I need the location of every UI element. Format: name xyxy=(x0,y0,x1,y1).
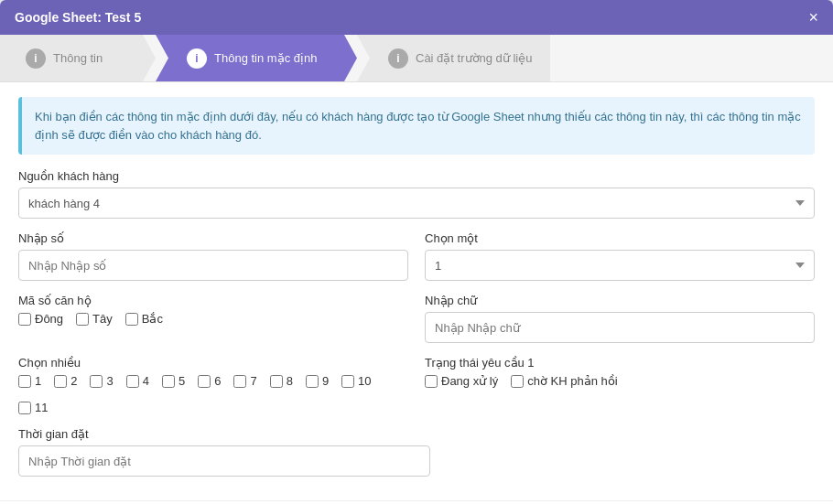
row-maso-nhapchu: Mã số căn hộ Đông Tây Bắc xyxy=(18,294,815,356)
chon-nhieu-label: Chọn nhiều xyxy=(18,356,408,370)
cn-11[interactable]: 11 xyxy=(18,401,48,414)
nhap-chu-input[interactable] xyxy=(425,312,815,343)
nguon-group: Nguồn khách hàng khách hàng 4 xyxy=(18,169,815,219)
tt-cho-kh[interactable]: chờ KH phản hồi xyxy=(511,374,617,388)
cn-9-input[interactable] xyxy=(306,375,319,388)
tt-cho-kh-input[interactable] xyxy=(511,375,524,388)
nhap-so-group: Nhập số xyxy=(18,231,408,281)
trang-thai-checkboxes: Đang xử lý chờ KH phản hồi xyxy=(425,374,815,388)
thoi-gian-label: Thời gian đặt xyxy=(18,427,430,441)
nhap-so-input[interactable] xyxy=(18,250,408,281)
step-1-icon: i xyxy=(26,48,46,69)
checkbox-dong[interactable]: Đông xyxy=(18,312,63,326)
nguon-label: Nguồn khách hàng xyxy=(18,169,815,183)
step-1[interactable]: i Thông tin xyxy=(0,35,156,81)
step-2[interactable]: i Thông tin mặc định xyxy=(156,35,357,81)
cn-2-input[interactable] xyxy=(54,375,67,388)
cn-4[interactable]: 4 xyxy=(126,374,149,388)
nhap-chu-label: Nhập chữ xyxy=(425,294,815,307)
trang-thai-label: Trạng thái yêu cầu 1 xyxy=(425,356,815,370)
cn-10-input[interactable] xyxy=(341,375,354,388)
step-2-icon: i xyxy=(187,48,207,69)
ma-so-group: Mã số căn hộ Đông Tây Bắc xyxy=(18,294,408,343)
step-3-label: Cài đặt trường dữ liệu xyxy=(416,51,532,65)
cn-10[interactable]: 10 xyxy=(341,374,371,388)
cn-5-input[interactable] xyxy=(162,375,175,388)
cn-5[interactable]: 5 xyxy=(162,374,185,388)
checkbox-bac-input[interactable] xyxy=(125,313,138,326)
modal-title: Google Sheet: Test 5 xyxy=(15,10,141,25)
chon-nhieu-checkboxes: 1 2 3 4 5 6 7 8 9 10 11 xyxy=(18,374,408,414)
cn-1-input[interactable] xyxy=(18,375,31,388)
cn-7-input[interactable] xyxy=(233,375,246,388)
chon-mot-group: Chọn một 1 2 3 xyxy=(425,231,815,281)
modal-header: Google Sheet: Test 5 × xyxy=(0,0,833,35)
chon-mot-select[interactable]: 1 2 3 xyxy=(425,250,815,281)
tt-dang-xu-ly[interactable]: Đang xử lý xyxy=(425,374,498,388)
checkbox-dong-label: Đông xyxy=(35,312,63,326)
step-1-label: Thông tin xyxy=(53,51,103,65)
cn-4-input[interactable] xyxy=(126,375,139,388)
stepper: i Thông tin i Thông tin mặc định i Cài đ… xyxy=(0,35,833,82)
info-text: Khi bạn điền các thông tin mặc định dưới… xyxy=(35,110,801,142)
cn-11-input[interactable] xyxy=(18,402,31,414)
cn-8[interactable]: 8 xyxy=(270,374,293,388)
cn-8-input[interactable] xyxy=(270,375,283,388)
ma-so-checkboxes: Đông Tây Bắc xyxy=(18,312,408,326)
step-3[interactable]: i Cài đặt trường dữ liệu xyxy=(357,35,550,81)
close-button[interactable]: × xyxy=(808,9,818,26)
nhap-chu-group: Nhập chữ xyxy=(425,294,815,343)
checkbox-tay-input[interactable] xyxy=(76,313,89,326)
trang-thai-group: Trạng thái yêu cầu 1 Đang xử lý chờ KH p… xyxy=(425,356,815,414)
row-chonnhieu-trangthai: Chọn nhiều 1 2 3 4 5 6 7 8 9 10 11 Trạng… xyxy=(18,356,815,427)
modal-footer: Đóng Lưu & Tiếp tục → xyxy=(0,500,833,504)
checkbox-bac[interactable]: Bắc xyxy=(125,312,163,326)
cn-9[interactable]: 9 xyxy=(306,374,329,388)
checkbox-tay-label: Tây xyxy=(92,312,113,326)
checkbox-tay[interactable]: Tây xyxy=(76,312,113,326)
ma-so-label: Mã số căn hộ xyxy=(18,294,408,307)
checkbox-bac-label: Bắc xyxy=(142,312,163,326)
cn-6[interactable]: 6 xyxy=(198,374,221,388)
chon-nhieu-group: Chọn nhiều 1 2 3 4 5 6 7 8 9 10 11 xyxy=(18,356,408,414)
cn-7[interactable]: 7 xyxy=(233,374,256,388)
chon-mot-label: Chọn một xyxy=(425,231,815,245)
step-3-icon: i xyxy=(388,48,408,69)
thoi-gian-group: Thời gian đặt xyxy=(18,427,430,477)
thoi-gian-input[interactable] xyxy=(18,445,430,477)
cn-3[interactable]: 3 xyxy=(90,374,113,388)
step-2-label: Thông tin mặc định xyxy=(214,51,317,65)
tt-dang-xu-ly-input[interactable] xyxy=(425,375,438,388)
cn-6-input[interactable] xyxy=(198,375,211,388)
nguon-select[interactable]: khách hàng 4 xyxy=(18,188,815,219)
cn-3-input[interactable] xyxy=(90,375,103,388)
nhap-so-label: Nhập số xyxy=(18,231,408,245)
modal-container: Google Sheet: Test 5 × i Thông tin i Thô… xyxy=(0,0,833,504)
cn-1[interactable]: 1 xyxy=(18,374,41,388)
info-box: Khi bạn điền các thông tin mặc định dưới… xyxy=(18,97,815,155)
cn-2[interactable]: 2 xyxy=(54,374,77,388)
checkbox-dong-input[interactable] xyxy=(18,313,31,326)
row-nhapso-chonmot: Nhập số Chọn một 1 2 3 xyxy=(18,231,815,294)
modal-body: Khi bạn điền các thông tin mặc định dưới… xyxy=(0,82,833,500)
